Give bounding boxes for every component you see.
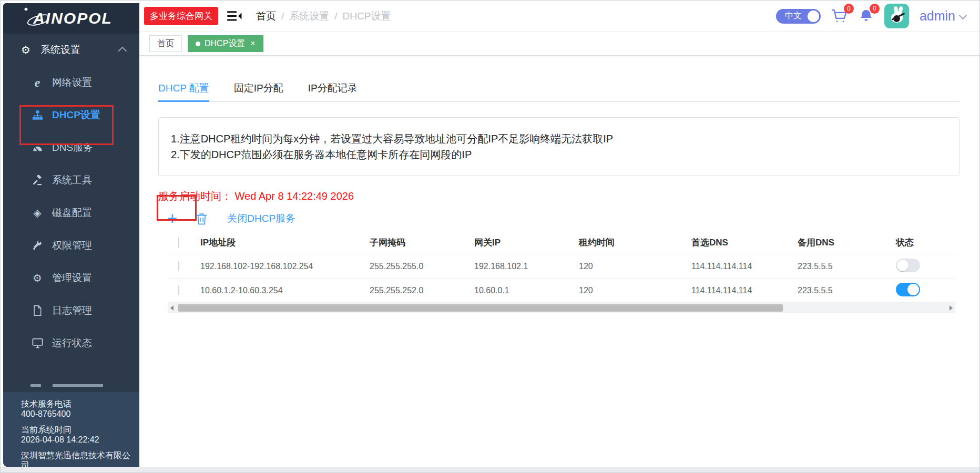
sidebar-item-label: 运行状态: [52, 336, 92, 350]
sidebar-footer: 技术服务电话 400-8765400 当前系统时间 2026-04-08 14:…: [3, 392, 139, 467]
status-toggle[interactable]: [896, 259, 920, 272]
scroll-right-arrow-icon[interactable]: [950, 305, 953, 311]
sitemap-icon: [30, 110, 44, 120]
close-dhcp-link[interactable]: 关闭DHCP服务: [227, 212, 295, 225]
cell-lease-time: 120: [579, 286, 691, 295]
cell-lease-time: 120: [579, 262, 691, 271]
monitor-icon: [30, 338, 44, 348]
tag-dhcp-settings[interactable]: DHCP设置 ×: [188, 35, 263, 52]
breadcrumb-dhcp-settings: DHCP设置: [343, 9, 391, 23]
sidebar-item-label: 系统工具: [52, 173, 92, 187]
breadcrumb-system-settings[interactable]: 系统设置: [289, 9, 329, 23]
delete-button[interactable]: [196, 213, 207, 225]
select-all-checkbox[interactable]: [178, 237, 179, 248]
user-menu[interactable]: admin: [920, 8, 966, 24]
breadcrumb-separator: /: [334, 11, 337, 22]
scroll-left-arrow-icon[interactable]: [170, 305, 173, 311]
sidebar-item-label: 系统设置: [40, 43, 80, 57]
sidebar-item-permission-management[interactable]: 权限管理: [3, 229, 139, 262]
cell-backup-dns: 223.5.5.5: [798, 262, 896, 271]
service-start-time-value: Wed Apr 8 14:22:49 2026: [235, 190, 354, 202]
col-ip-range: IP地址段: [200, 236, 370, 249]
system-time-value: 2026-04-08 14:22:42: [21, 435, 134, 445]
gateway-badge: 多业务综合网关: [144, 7, 218, 25]
system-time-label: 当前系统时间: [21, 425, 134, 435]
scrollbar-thumb[interactable]: [178, 304, 783, 312]
username: admin: [920, 8, 955, 24]
tag-label: DHCP设置: [205, 38, 245, 49]
status-toggle[interactable]: [896, 283, 920, 296]
service-start-time: 服务启动时间： Wed Apr 8 14:22:49 2026: [158, 189, 959, 203]
tag-home[interactable]: 首页: [149, 35, 182, 52]
gavel-icon: [30, 175, 44, 186]
sidebar-item-system-tools[interactable]: 系统工具: [3, 164, 139, 197]
logo: AINOPOL: [30, 9, 113, 27]
breadcrumb: 首页 / 系统设置 / DHCP设置: [256, 9, 391, 23]
sidebar-item-running-status[interactable]: 运行状态: [3, 327, 139, 359]
cart-button[interactable]: 0: [831, 9, 848, 23]
topbar-right: 中文 0 0 admin: [776, 4, 966, 28]
sidebar-item-label: 网络设置: [52, 76, 92, 89]
sidebar-item-label: 日志管理: [52, 304, 92, 317]
sidebar-item-dhcp-settings[interactable]: DHCP设置: [3, 99, 139, 131]
sidebar-menu: ⚙ 系统设置 e 网络设置 DHCP设置 DNS服务 系统工具: [3, 34, 139, 392]
table-toolbar: + 关闭DHCP服务: [158, 210, 959, 228]
row-checkbox[interactable]: [178, 285, 179, 295]
breadcrumb-separator: /: [281, 11, 284, 22]
cell-ip-range: 192.168.102-192.168.102.254: [200, 262, 370, 271]
col-gateway-ip: 网关IP: [474, 236, 579, 249]
gauge-icon: [30, 143, 44, 152]
sidebar: AINOPOL ⚙ 系统设置 e 网络设置 DHCP设置 DNS服务: [3, 3, 139, 467]
language-label: 中文: [785, 11, 802, 22]
sidebar-item-label: DNS服务: [52, 141, 93, 155]
tab-dhcp-config[interactable]: DHCP 配置: [158, 80, 209, 101]
sidebar-item-label: 磁盘配置: [52, 206, 92, 220]
wrench-icon: [30, 240, 44, 251]
clipped-icon: [30, 384, 41, 387]
col-status: 状态: [896, 236, 955, 249]
cell-gateway-ip: 10.60.0.1: [474, 286, 579, 295]
row-checkbox[interactable]: [178, 261, 179, 271]
company-name: 深圳智慧光迅信息技术有限公司: [21, 450, 134, 467]
close-icon[interactable]: ×: [250, 39, 255, 48]
tab-ip-records[interactable]: IP分配记录: [308, 80, 358, 101]
cart-count-badge: 0: [844, 4, 854, 14]
tab-static-ip[interactable]: 固定IP分配: [234, 80, 283, 101]
topbar: 多业务综合网关 首页 / 系统设置 / DHCP设置 中文 0 0: [139, 1, 979, 32]
service-phone-number: 400-8765400: [21, 409, 134, 419]
table-row: 192.168.102-192.168.102.254 255.255.255.…: [168, 254, 955, 279]
language-toggle[interactable]: 中文: [776, 9, 821, 24]
notifications-button[interactable]: 0: [859, 9, 874, 24]
sidebar-collapse-button[interactable]: [227, 11, 242, 22]
gear-outline-icon: ⚙: [30, 273, 44, 283]
sidebar-item-disk-config[interactable]: ◈ 磁盘配置: [3, 197, 139, 229]
internet-explorer-icon: e: [30, 77, 44, 88]
add-button[interactable]: +: [167, 211, 177, 227]
notice-box: 1.注意DHCP租约时间为每x分钟，若设置过大容易导致地址池可分配IP不足影响终…: [158, 117, 959, 176]
breadcrumb-home[interactable]: 首页: [256, 9, 276, 23]
cell-ip-range: 10.60.1.2-10.60.3.254: [200, 286, 370, 295]
horizontal-scrollbar[interactable]: [168, 303, 955, 313]
content-tabs: DHCP 配置 固定IP分配 IP分配记录: [158, 80, 959, 102]
sidebar-item-clipped[interactable]: [3, 359, 139, 392]
chevron-down-icon: [959, 12, 967, 20]
sidebar-item-log-management[interactable]: 日志管理: [3, 294, 139, 327]
cell-primary-dns: 114.114.114.114: [691, 262, 798, 271]
cell-primary-dns: 114.114.114.114: [691, 286, 798, 295]
logo-star-icon: [24, 7, 28, 11]
notice-line-1: 1.注意DHCP租约时间为每x分钟，若设置过大容易导致地址池可分配IP不足影响终…: [171, 131, 947, 147]
sidebar-item-label: 管理设置: [52, 271, 92, 285]
sidebar-item-admin-settings[interactable]: ⚙ 管理设置: [3, 262, 139, 294]
bell-count-badge: 0: [870, 4, 880, 14]
trash-icon: [196, 213, 207, 225]
avatar[interactable]: [884, 4, 909, 28]
content: DHCP 配置 固定IP分配 IP分配记录 1.注意DHCP租约时间为每x分钟，…: [139, 80, 979, 313]
tags-view: 首页 DHCP设置 ×: [139, 32, 979, 56]
tag-label: 首页: [157, 38, 174, 49]
file-icon: [30, 305, 44, 316]
col-primary-dns: 首选DNS: [691, 236, 798, 249]
sidebar-item-system-settings[interactable]: ⚙ 系统设置: [3, 34, 139, 66]
sidebar-item-network-settings[interactable]: e 网络设置: [3, 66, 139, 99]
sidebar-item-dns-service[interactable]: DNS服务: [3, 131, 139, 164]
cell-subnet-mask: 255.255.255.0: [370, 262, 474, 271]
